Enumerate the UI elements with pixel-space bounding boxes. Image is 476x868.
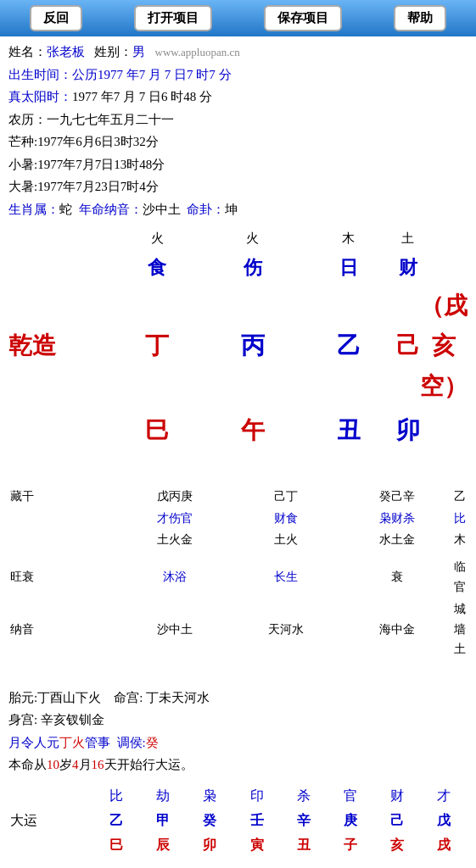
dayun-label: 大运 [8, 808, 92, 832]
dayun-section: 比 劫 枭 印 杀 官 财 才 大运 乙 甲 癸 壬 辛 庚 己 戊 [8, 783, 468, 858]
canggan-shishen-row: 才伤官 财食 枭财杀 比 [8, 508, 468, 530]
ws3: 临官 [452, 556, 468, 598]
birth-line: 出生时间：公历1977 年7 月 7 日7 时7 分 [8, 64, 468, 86]
yueling-line: 月令人元丁火管事 调侯:癸 [8, 732, 468, 754]
dayun-table: 比 劫 枭 印 杀 官 财 才 大运 乙 甲 癸 壬 辛 庚 己 戊 [8, 783, 468, 858]
ws1: 长生 [231, 556, 342, 598]
qianzao-label: 乾造 [8, 284, 109, 409]
dayun-start: 本命从 [8, 758, 47, 771]
dayun-month: 4 [72, 758, 79, 771]
branch3: 卯 [396, 409, 420, 453]
branch-row: 巳 午 丑 卯 [8, 409, 468, 453]
mingua-value: 坤 [225, 203, 238, 216]
shishen3: 财 [396, 251, 420, 284]
canggan-wuxing-label [8, 529, 120, 551]
mingua-label: 命卦： [187, 203, 225, 216]
dy-branch1: 辰 [140, 832, 187, 857]
dy-ss2: 枭 [187, 783, 233, 808]
canggan-ss2: 枭财杀 [341, 508, 452, 530]
taiyuan: 胎元:丁酉山下火 [8, 691, 101, 704]
elem0: 火 [109, 227, 205, 251]
dy-stem6: 己 [374, 808, 421, 832]
dy-stem2: 癸 [187, 808, 233, 832]
lunar-label: 农历： [8, 113, 47, 126]
stem3: 己 [396, 284, 420, 409]
dayun-age: 10 [47, 758, 59, 771]
gender-value: 男 [132, 45, 145, 58]
canggan2: 癸己辛 [341, 486, 452, 508]
website: www.appluopan.cn [155, 46, 240, 58]
nayin-row: 纳音 沙中土 天河水 海中金 城墙土 [8, 598, 468, 660]
shengxiao-label: 生肖属： [8, 203, 59, 216]
gender-label: 姓别： [94, 45, 132, 58]
bazi-table: 火 火 木 土 食 伤 日 财 乾造 丁 丙 乙 己 [8, 227, 468, 452]
dy-branch5: 子 [327, 832, 373, 857]
dy-stem3: 壬 [233, 808, 280, 832]
shishen-row: 食 伤 日 财 [8, 251, 468, 284]
branch2: 丑 [300, 409, 396, 453]
dy-branch3: 寅 [233, 832, 280, 857]
birth-cal: 公历 [72, 68, 98, 81]
shengxiao-value: 蛇 [59, 203, 72, 216]
shengong: 身宫: 辛亥钗钏金 [8, 713, 104, 726]
save-project-button[interactable]: 保存项目 [264, 5, 342, 31]
solar-line: 真太阳时：1977 年7 月 7 日6 时48 分 [8, 86, 468, 108]
nianming-label: 年命纳音： [79, 203, 143, 216]
dy-stem1: 甲 [140, 808, 187, 832]
toolbar: 反回 打开项目 保存项目 帮助 [0, 0, 476, 36]
dy-stem7: 戊 [421, 808, 468, 832]
wangshuai-row: 旺衰 沐浴 长生 衰 临官 [8, 556, 468, 598]
canggan-label: 藏干 [8, 486, 120, 508]
taiyuan-line: 胎元:丁酉山下火 命宫: 丁未天河水 [8, 687, 468, 709]
canggan3: 乙 [452, 486, 468, 508]
nayin-label: 纳音 [8, 598, 120, 660]
stem2: 乙 [300, 284, 396, 409]
bazi-section: 火 火 木 土 食 伤 日 财 乾造 丁 丙 乙 己 [8, 227, 468, 452]
open-project-button[interactable]: 打开项目 [134, 5, 212, 31]
canggan-wuxing-row: 土火金 土火 水土金 木 [8, 529, 468, 551]
tiaohuo-text: 调侯: [117, 736, 146, 749]
canggan1: 己丁 [231, 486, 342, 508]
canggan-ss0: 才伤官 [120, 508, 231, 530]
lunar-line: 农历：一九七七年五月二十一 [8, 109, 468, 131]
jieqi2-line: 小暑:1977年7月7日13时48分 [8, 154, 468, 176]
canggan-table: 藏干 戊丙庚 己丁 癸己辛 乙 才伤官 财食 枭财杀 比 土火金 土火 水土金 … [8, 486, 468, 551]
back-button[interactable]: 反回 [30, 5, 82, 31]
tiaohuo-val: 癸 [146, 736, 159, 749]
dy-branch0: 巳 [92, 832, 139, 857]
dayun-branches-row: 巳 辰 卯 寅 丑 子 亥 戌 [8, 832, 468, 857]
jieqi1-line: 芒种:1977年6月6日3时32分 [8, 131, 468, 153]
dayun-shishen-row: 比 劫 枭 印 杀 官 财 才 [8, 783, 468, 808]
elem2: 木 [300, 227, 396, 251]
shengxiao-line: 生肖属：蛇 年命纳音：沙中土 命卦：坤 [8, 199, 468, 221]
dy-ss3: 印 [233, 783, 280, 808]
dayun-day: 16 [92, 758, 104, 771]
jieqi2: 小暑:1977年7月7日13时48分 [8, 158, 165, 171]
dy-branch2: 卯 [187, 832, 233, 857]
wangshuai-section: 旺衰 沐浴 长生 衰 临官 纳音 沙中土 天河水 海中金 城墙土 [8, 556, 468, 660]
help-button[interactable]: 帮助 [394, 5, 446, 31]
canggan-ss3: 比 [452, 508, 468, 530]
ny1: 天河水 [231, 598, 342, 660]
dayun-label-empty [8, 783, 92, 808]
dy-ss0: 比 [92, 783, 139, 808]
stem0: 丁 [109, 284, 205, 409]
branch-label-empty [8, 409, 109, 453]
yueling-stem: 丁火 [59, 736, 85, 749]
dy-stem4: 辛 [280, 808, 327, 832]
name-label: 姓名： [8, 45, 47, 58]
solar-label: 真太阳时： [8, 90, 72, 103]
canggan-wx3: 木 [452, 529, 468, 551]
canggan-wx0: 土火金 [120, 529, 231, 551]
birth-label: 出生时间： [8, 68, 72, 81]
dy-ss7: 才 [421, 783, 468, 808]
shishen0: 食 [109, 251, 205, 284]
canggan-wx2: 水土金 [341, 529, 452, 551]
canggan-ss1: 财食 [231, 508, 342, 530]
stem-row: 乾造 丁 丙 乙 己 （戌亥空） [8, 284, 468, 409]
canggan0: 戊丙庚 [120, 486, 231, 508]
birth-date: 1977 年7 月 7 日7 时7 分 [98, 68, 232, 81]
canggan-values-row: 藏干 戊丙庚 己丁 癸己辛 乙 [8, 486, 468, 508]
canggan-wx1: 土火 [231, 529, 342, 551]
ws2: 衰 [341, 556, 452, 598]
